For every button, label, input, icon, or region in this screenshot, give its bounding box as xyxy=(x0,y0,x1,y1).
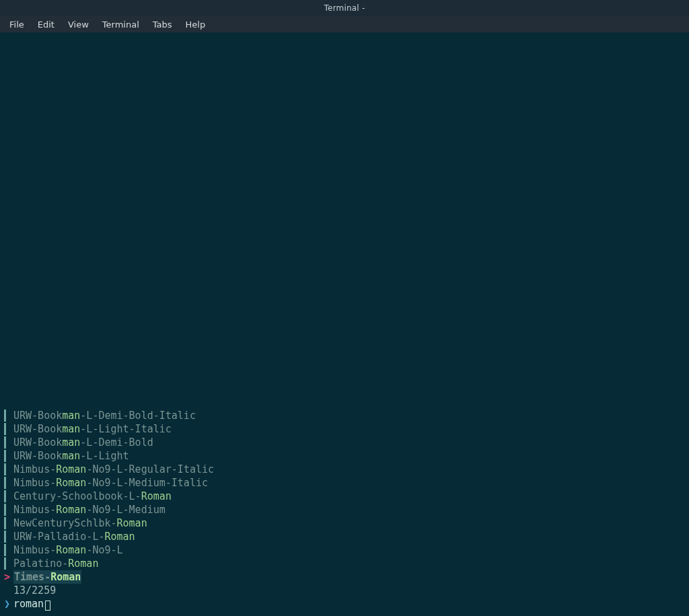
fzf-result-row[interactable]: NewCenturySchlbk-Roman xyxy=(4,516,689,530)
menu-tabs[interactable]: Tabs xyxy=(146,17,179,32)
fzf-query-input[interactable]: roman xyxy=(13,597,44,611)
fzf-gutter-bar-icon xyxy=(4,531,6,543)
fzf-result-row[interactable]: Nimbus-Roman-No9-L-Regular-Italic xyxy=(4,463,689,476)
fzf-gutter-bar-icon xyxy=(4,477,6,489)
fzf-result-row[interactable]: >Times-Roman xyxy=(4,570,689,584)
fzf-entry-text: Nimbus-Roman-No9-L-Medium xyxy=(13,503,166,516)
menu-help[interactable]: Help xyxy=(179,17,213,32)
fzf-result-row[interactable]: Nimbus-Roman-No9-L-Medium-Italic xyxy=(4,476,689,490)
fzf-entry-text: URW-Bookman-L-Light xyxy=(13,449,129,463)
fzf-gutter-bar-icon xyxy=(4,423,6,435)
fzf-result-row[interactable]: URW-Palladio-L-Roman xyxy=(4,530,689,543)
fzf-entry-text: NewCenturySchlbk-Roman xyxy=(13,516,147,530)
fzf-entry-text: Palatino-Roman xyxy=(13,557,98,570)
fzf-entry-text: Nimbus-Roman-No9-L-Regular-Italic xyxy=(13,463,214,476)
window-title: Terminal - xyxy=(324,3,365,13)
menu-edit[interactable]: Edit xyxy=(31,17,61,32)
fzf-gutter-bar-icon xyxy=(4,504,6,516)
fzf-result-row[interactable]: Nimbus-Roman-No9-L xyxy=(4,543,689,557)
fzf-entry-text: URW-Palladio-L-Roman xyxy=(13,530,135,543)
fzf-gutter xyxy=(4,450,13,462)
fzf-result-row[interactable]: Palatino-Roman xyxy=(4,557,689,570)
fzf-gutter-bar-icon xyxy=(4,517,6,529)
fzf-entry-text: Times-Roman xyxy=(13,570,81,584)
window-titlebar: Terminal - xyxy=(0,0,689,16)
fzf-gutter-bar-icon xyxy=(4,463,6,475)
fzf-gutter xyxy=(4,423,13,435)
fzf-gutter-bar-icon xyxy=(4,544,6,556)
fzf-gutter xyxy=(4,463,13,475)
fzf-result-row[interactable]: Nimbus-Roman-No9-L-Medium xyxy=(4,503,689,516)
text-cursor-icon xyxy=(45,601,50,611)
fzf-counter: 13/2259 xyxy=(4,584,56,597)
menu-file[interactable]: File xyxy=(3,17,31,32)
fzf-gutter-bar-icon xyxy=(4,436,6,449)
fzf-result-row[interactable]: URW-Bookman-L-Light xyxy=(4,449,689,463)
fzf-gutter xyxy=(4,477,13,489)
fzf-result-row[interactable]: Century-Schoolbook-L-Roman xyxy=(4,490,689,503)
fzf-gutter xyxy=(4,504,13,516)
fzf-gutter xyxy=(4,490,13,502)
fzf-gutter xyxy=(4,531,13,543)
menu-view[interactable]: View xyxy=(61,17,96,32)
fzf-gutter-bar-icon xyxy=(4,450,6,462)
fzf-gutter xyxy=(4,517,13,529)
fzf-gutter-bar-icon xyxy=(4,410,6,422)
fzf-prompt-row[interactable]: ❯ roman xyxy=(0,597,689,611)
fzf-entry-text: Century-Schoolbook-L-Roman xyxy=(13,490,172,503)
fzf-entry-text: URW-Bookman-L-Light-Italic xyxy=(13,422,172,436)
fzf-result-row[interactable]: URW-Bookman-L-Light-Italic xyxy=(4,422,689,436)
fzf-entry-text: Nimbus-Roman-No9-L xyxy=(13,543,123,557)
fzf-pointer-icon: > xyxy=(4,570,9,584)
fzf-prompt-glyph: ❯ xyxy=(4,597,13,611)
fzf-gutter xyxy=(4,410,13,422)
fzf-gutter: > xyxy=(4,570,13,584)
fzf-result-row[interactable]: URW-Bookman-L-Demi-Bold xyxy=(4,436,689,449)
fzf-gutter-bar-icon xyxy=(4,557,6,570)
fzf-gutter xyxy=(4,544,13,556)
menubar: File Edit View Terminal Tabs Help xyxy=(0,16,689,32)
fzf-result-row[interactable]: URW-Bookman-L-Demi-Bold-Italic xyxy=(4,409,689,422)
fzf-entry-text: URW-Bookman-L-Demi-Bold-Italic xyxy=(13,409,196,422)
fzf-entry-text: Nimbus-Roman-No9-L-Medium-Italic xyxy=(13,476,208,490)
fzf-gutter xyxy=(4,436,13,449)
terminal-viewport[interactable]: URW-Bookman-L-Demi-Bold-ItalicURW-Bookma… xyxy=(0,32,689,616)
fzf-entry-text: URW-Bookman-L-Demi-Bold xyxy=(13,436,153,449)
fzf-gutter-bar-icon xyxy=(4,490,6,502)
fzf-gutter xyxy=(4,557,13,570)
menu-terminal[interactable]: Terminal xyxy=(96,17,146,32)
fzf-result-list: URW-Bookman-L-Demi-Bold-ItalicURW-Bookma… xyxy=(0,409,689,584)
